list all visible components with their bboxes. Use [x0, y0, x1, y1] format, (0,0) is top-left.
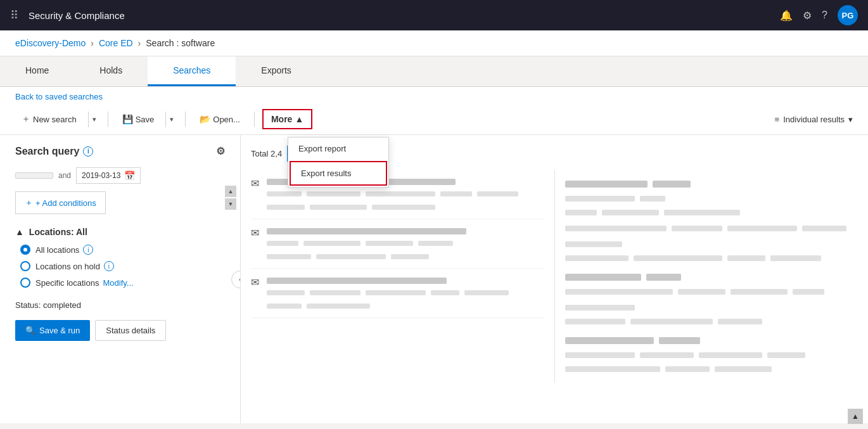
- locations-on-hold-label: Locations on hold i: [35, 261, 114, 271]
- search-run-icon: 🔍: [25, 326, 35, 335]
- tab-searches[interactable]: Searches: [148, 56, 236, 86]
- chevron-down-icon: ▾: [848, 115, 853, 124]
- date-field[interactable]: 2019-03-13 📅: [76, 167, 141, 184]
- save-icon: 💾: [122, 114, 133, 124]
- apps-icon[interactable]: ⠿: [10, 8, 18, 22]
- app-title: Security & Compliance: [29, 10, 770, 21]
- breadcrumb-sep-1: ›: [91, 38, 94, 48]
- user-avatar[interactable]: PG: [838, 5, 858, 25]
- results-list: ✉: [251, 170, 555, 383]
- calendar-icon[interactable]: 📅: [124, 170, 135, 181]
- export-report-item[interactable]: Export report: [288, 138, 388, 160]
- more-button[interactable]: More ▲: [262, 109, 312, 129]
- nav-icons: 🔔 ⚙ ? PG: [780, 5, 858, 25]
- specific-locations-option[interactable]: Specific locations Modify...: [20, 278, 225, 288]
- save-run-button[interactable]: 🔍 Save & run: [15, 320, 90, 341]
- search-query-title: Search query i ⚙: [15, 145, 225, 157]
- chevron-up-icon: ▲: [295, 114, 303, 124]
- search-query-settings-icon[interactable]: ⚙: [216, 145, 225, 157]
- divider-3: [254, 112, 255, 127]
- content-layout: Search query i ⚙ and 2019-03-13 📅 ▲ ▼: [0, 135, 868, 423]
- tabs-bar: Home Holds Searches Exports: [0, 56, 868, 87]
- open-icon: 📂: [200, 114, 210, 124]
- all-locations-info-icon[interactable]: i: [83, 245, 93, 255]
- breadcrumb-sep-2: ›: [138, 38, 141, 48]
- modify-link[interactable]: Modify...: [103, 278, 133, 288]
- top-nav: ⠿ Security & Compliance 🔔 ⚙ ? PG: [0, 0, 868, 30]
- tab-exports[interactable]: Exports: [236, 56, 316, 86]
- scroll-to-top-button[interactable]: ▲: [848, 409, 863, 423]
- mail-icon: ✉: [251, 177, 259, 212]
- action-buttons: 🔍 Save & run Status details: [15, 320, 225, 341]
- all-locations-radio[interactable]: [20, 245, 30, 255]
- save-dropdown[interactable]: ▾: [165, 112, 177, 127]
- result-item[interactable]: ✉: [251, 269, 544, 318]
- specific-locations-radio[interactable]: [20, 278, 30, 288]
- chevron-down-locations-icon: ▲: [15, 227, 24, 237]
- scroll-up-btn[interactable]: ▲: [225, 186, 236, 197]
- result-item[interactable]: ✉: [251, 219, 544, 269]
- locations-on-hold-radio[interactable]: [20, 261, 30, 271]
- panel-scroll-arrows: ▲ ▼: [225, 186, 236, 211]
- results-detail: [565, 170, 858, 383]
- notification-icon[interactable]: 🔔: [780, 10, 793, 22]
- scroll-down-btn[interactable]: ▼: [225, 198, 236, 210]
- toolbar: ＋ New search ▾ 💾 Save ▾ 📂 Open... More ▲…: [0, 104, 868, 135]
- query-tag: [15, 172, 53, 179]
- help-icon[interactable]: ?: [822, 10, 827, 21]
- more-dropdown-menu: Export report Export results: [288, 137, 389, 188]
- tab-home[interactable]: Home: [0, 56, 74, 86]
- plus-icon: ＋: [22, 113, 30, 125]
- divider-2: [185, 112, 186, 127]
- specific-locations-label: Specific locations Modify...: [35, 278, 134, 288]
- left-panel: Search query i ⚙ and 2019-03-13 📅 ▲ ▼: [0, 135, 241, 423]
- add-conditions-button[interactable]: ＋ + Add conditions: [15, 191, 106, 214]
- mail-icon: ✉: [251, 227, 259, 262]
- locations-header[interactable]: ▲ Locations: All: [15, 227, 225, 237]
- new-search-button[interactable]: ＋ New search: [15, 110, 83, 129]
- search-query-info-icon[interactable]: i: [83, 146, 93, 157]
- locations-on-hold-info-icon[interactable]: i: [104, 261, 114, 271]
- tab-holds[interactable]: Holds: [74, 56, 148, 86]
- export-results-item[interactable]: Export results: [290, 161, 387, 186]
- breadcrumb: eDiscovery-Demo › Core ED › Search : sof…: [0, 30, 868, 56]
- results-section: ✉: [251, 170, 858, 383]
- status-details-button[interactable]: Status details: [95, 320, 166, 341]
- save-button[interactable]: 💾 Save: [116, 110, 161, 128]
- settings-icon[interactable]: ⚙: [803, 10, 812, 22]
- divider-1: [108, 112, 108, 127]
- and-label: and: [58, 171, 71, 180]
- status-bar: Status: completed: [15, 300, 225, 310]
- breadcrumb-ediscovery[interactable]: eDiscovery-Demo: [15, 38, 86, 48]
- mail-icon: ✉: [251, 276, 259, 311]
- open-button[interactable]: 📂 Open...: [193, 110, 246, 128]
- new-search-dropdown[interactable]: ▾: [88, 112, 100, 127]
- back-to-saved-searches[interactable]: Back to saved searches: [15, 89, 103, 104]
- plus-conditions-icon: ＋: [25, 197, 33, 208]
- locations-section: ▲ Locations: All All locations i: [15, 227, 225, 288]
- all-locations-label: All locations i: [35, 245, 93, 255]
- all-locations-option[interactable]: All locations i: [20, 245, 225, 255]
- breadcrumb-core-ed[interactable]: Core ED: [99, 38, 133, 48]
- main-area: Back to saved searches ＋ New search ▾ 💾 …: [0, 87, 868, 423]
- breadcrumb-current: Search : software: [146, 38, 215, 48]
- locations-radio-group: All locations i Locations on hold i: [15, 245, 225, 288]
- query-row: and 2019-03-13 📅: [15, 167, 225, 184]
- list-icon: ≡: [775, 115, 780, 124]
- collapse-panel-button[interactable]: ‹: [231, 271, 241, 288]
- individual-results[interactable]: ≡ Individual results ▾: [775, 115, 853, 124]
- locations-on-hold-option[interactable]: Locations on hold i: [20, 261, 225, 271]
